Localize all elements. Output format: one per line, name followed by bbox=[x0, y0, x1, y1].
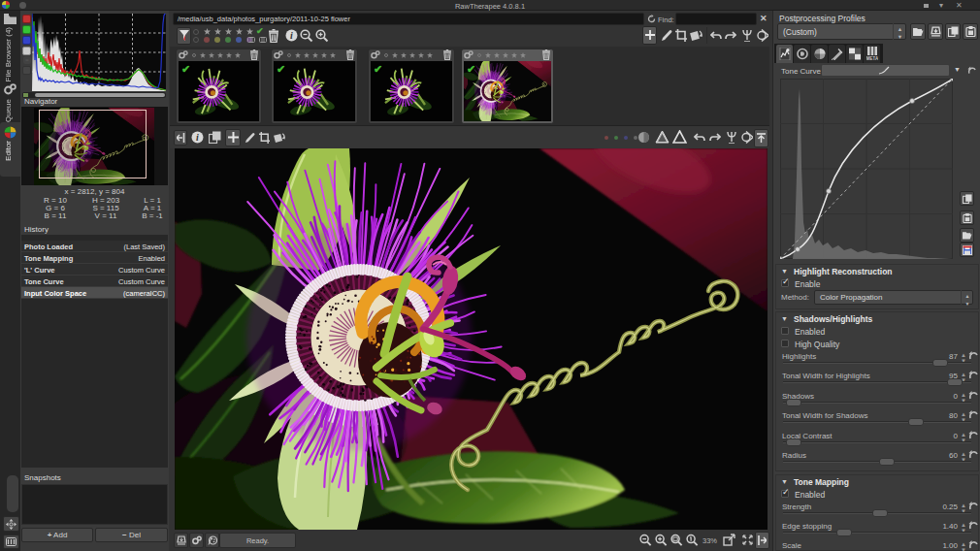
svg-text:i: i bbox=[196, 132, 199, 143]
svg-text:META: META bbox=[866, 56, 878, 61]
svg-text:i: i bbox=[290, 30, 293, 41]
